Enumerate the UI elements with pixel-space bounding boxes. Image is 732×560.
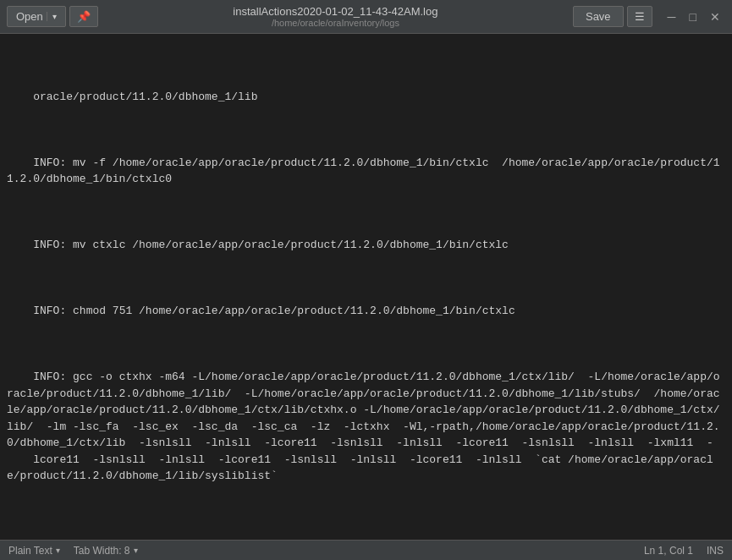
titlebar-right: Save ☰ ─ □ ✕ xyxy=(573,6,725,27)
pin-icon: 📌 xyxy=(77,10,91,23)
titlebar: Open ▾ 📌 installActions2020-01-02_11-43-… xyxy=(0,0,732,34)
open-dropdown-arrow[interactable]: ▾ xyxy=(47,12,57,21)
statusbar: Plain Text ▾ Tab Width: 8 ▾ Ln 1, Col 1 … xyxy=(0,540,732,560)
line-9: INFO: gcc -o ctxhx -m64 -L/home/oracle/a… xyxy=(7,371,720,449)
title-path: /home/oracle/oraInventory/logs xyxy=(98,18,573,28)
menu-icon: ☰ xyxy=(635,10,645,23)
menu-button[interactable]: ☰ xyxy=(627,6,652,27)
insert-mode-item: INS xyxy=(707,545,724,557)
position-item: Ln 1, Col 1 xyxy=(644,545,693,557)
file-type-item[interactable]: Plain Text ▾ xyxy=(8,545,60,557)
minimize-icon: ─ xyxy=(668,10,676,24)
maximize-button[interactable]: □ xyxy=(685,8,702,25)
line-3: INFO: mv -f /home/oracle/app/oracle/prod… xyxy=(7,156,720,186)
title-filename: installActions2020-01-02_11-43-42AM.log xyxy=(98,5,573,18)
titlebar-center: installActions2020-01-02_11-43-42AM.log … xyxy=(98,5,573,28)
line-7: INFO: chmod 751 /home/oracle/app/oracle/… xyxy=(33,305,515,317)
maximize-icon: □ xyxy=(690,10,696,24)
tab-width-item[interactable]: Tab Width: 8 ▾ xyxy=(74,545,138,557)
line-10: lcore11 -lsnlsll -lnlsll -lcore11 -lsnls… xyxy=(7,453,713,483)
minimize-button[interactable]: ─ xyxy=(663,8,681,25)
insert-mode-label: INS xyxy=(707,545,724,557)
line-1: oracle/product/11.2.0/dbhome_1/lib xyxy=(33,91,257,103)
tab-width-label: Tab Width: 8 xyxy=(74,545,130,557)
tab-width-dropdown: ▾ xyxy=(134,546,138,555)
close-button[interactable]: ✕ xyxy=(705,8,725,25)
position-label: Ln 1, Col 1 xyxy=(644,545,693,557)
file-type-label: Plain Text xyxy=(8,545,52,557)
statusbar-right: Ln 1, Col 1 INS xyxy=(644,545,724,557)
open-button[interactable]: Open ▾ xyxy=(7,6,66,27)
line-5: INFO: mv ctxlc /home/oracle/app/oracle/p… xyxy=(33,239,509,251)
close-icon: ✕ xyxy=(710,10,720,24)
editor-area[interactable]: oracle/product/11.2.0/dbhome_1/lib INFO:… xyxy=(0,34,732,540)
window-controls: ─ □ ✕ xyxy=(663,8,725,25)
file-type-dropdown: ▾ xyxy=(56,546,60,555)
titlebar-left: Open ▾ 📌 xyxy=(7,6,98,27)
save-button[interactable]: Save xyxy=(573,6,624,27)
open-label: Open xyxy=(16,10,43,23)
content-before: oracle/product/11.2.0/dbhome_1/lib INFO:… xyxy=(7,72,725,540)
pin-button[interactable]: 📌 xyxy=(69,6,98,27)
